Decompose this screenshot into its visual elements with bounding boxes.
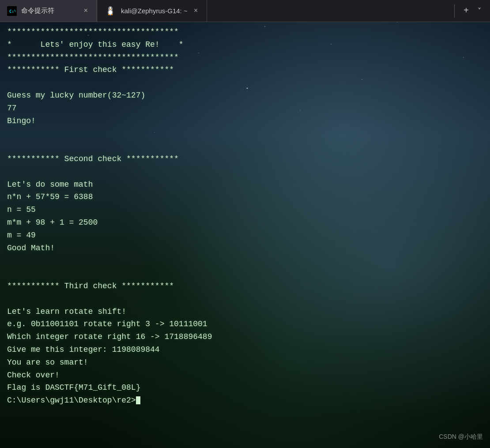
terminal-output: ************************************ * L… xyxy=(7,26,483,407)
tab-kali-close[interactable]: × xyxy=(192,6,200,16)
tab-actions: + ˅ xyxy=(451,4,490,18)
tab-cmd-close[interactable]: × xyxy=(82,6,90,16)
svg-point-4 xyxy=(109,8,110,8)
svg-point-5 xyxy=(111,8,112,8)
tab-bar: C:\ 命令提示符 × xyxy=(0,0,490,22)
svg-point-10 xyxy=(110,9,111,10)
tab-kali[interactable]: kali@Zephyrus-G14: ~ × xyxy=(97,0,207,22)
svg-text:C:\: C:\ xyxy=(9,9,15,14)
watermark: CSDN @小哈里 xyxy=(439,433,483,441)
tab-kali-label: kali@Zephyrus-G14: ~ xyxy=(121,7,188,15)
terminal-window: C:\ 命令提示符 × xyxy=(0,0,490,448)
terminal-content[interactable]: ************************************ * L… xyxy=(0,22,490,448)
svg-point-7 xyxy=(109,10,112,15)
cursor xyxy=(136,396,140,404)
new-tab-button[interactable]: + xyxy=(460,4,472,18)
tab-divider xyxy=(454,4,455,18)
dropdown-button[interactable]: ˅ xyxy=(474,5,485,17)
tab-windows-cmd[interactable]: C:\ 命令提示符 × xyxy=(0,0,97,22)
linux-icon xyxy=(104,5,117,17)
windows-terminal-icon: C:\ xyxy=(7,6,17,16)
tab-cmd-label: 命令提示符 xyxy=(21,7,77,15)
